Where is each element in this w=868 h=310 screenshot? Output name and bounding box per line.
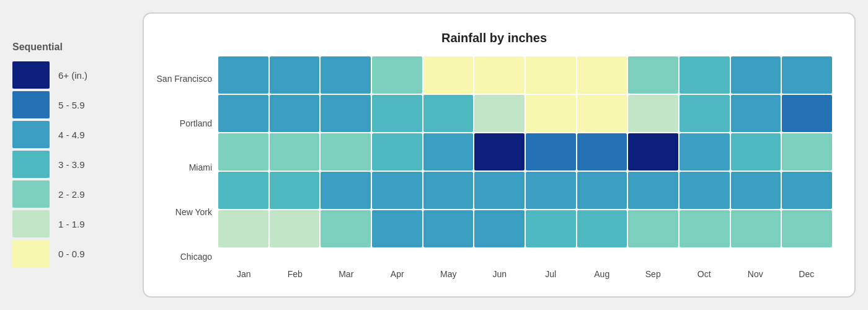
main-container: Sequential 6+ (in.) 5 - 5.9 4 - 4.9 3 - …: [12, 9, 856, 301]
heatmap-cell: [270, 56, 320, 94]
heatmap-cell: [474, 56, 525, 94]
heatmap-cell: [423, 210, 474, 247]
heatmap-cell: [372, 172, 422, 209]
x-axis-label: Dec: [781, 269, 833, 279]
heatmap-cell: [423, 172, 474, 209]
heatmap-cell: [680, 56, 730, 94]
heatmap-cell: [577, 95, 627, 132]
x-axis-label: Jul: [525, 269, 577, 279]
heatmap-cell: [680, 172, 730, 209]
heatmap-cell: [218, 56, 268, 94]
legend: Sequential 6+ (in.) 5 - 5.9 4 - 4.9 3 - …: [12, 42, 130, 268]
legend-label: 5 - 5.9: [58, 100, 85, 110]
heatmap-cell: [423, 56, 474, 94]
x-axis-label: May: [423, 269, 474, 279]
chart-title: Rainfall by inches: [156, 31, 832, 45]
heatmap-cell: [526, 210, 576, 247]
legend-label: 2 - 2.9: [58, 189, 85, 200]
legend-title: Sequential: [12, 42, 63, 53]
heatmap-area: JanFebMarAprMayJunJulAugSepOctNovDec: [218, 56, 832, 279]
heatmap-cell: [372, 56, 422, 94]
legend-item: 6+ (in.): [12, 60, 87, 90]
legend-item: 4 - 4.9: [12, 120, 87, 149]
legend-items: 6+ (in.) 5 - 5.9 4 - 4.9 3 - 3.9 2 - 2.9…: [12, 60, 87, 268]
y-axis-label: Miami: [189, 149, 212, 186]
heatmap-cell: [372, 95, 422, 132]
heatmap-cell: [270, 172, 320, 209]
heatmap-cell: [321, 172, 371, 209]
heatmap-cell: [731, 56, 781, 94]
heatmap-cell: [628, 172, 678, 209]
heatmap-cell: [423, 133, 474, 170]
heatmap-cell: [321, 133, 371, 170]
x-axis-label: Mar: [321, 269, 372, 279]
heatmap-cell: [731, 133, 781, 170]
heatmap-cell: [474, 172, 525, 209]
heatmap-cell: [474, 95, 525, 132]
heatmap-cell: [680, 210, 730, 247]
heatmap-cell: [577, 210, 627, 247]
legend-label: 0 - 0.9: [58, 249, 85, 259]
legend-item: 3 - 3.9: [12, 149, 87, 179]
heatmap-cell: [680, 133, 730, 170]
legend-swatch: [12, 210, 50, 237]
legend-item: 5 - 5.9: [12, 90, 87, 120]
heatmap-cell: [218, 210, 268, 247]
legend-swatch: [12, 240, 50, 267]
heatmap-cell: [577, 133, 627, 170]
legend-label: 3 - 3.9: [58, 159, 85, 170]
heatmap-cell: [782, 172, 832, 209]
heatmap-cell: [423, 95, 474, 132]
heatmap-cell: [731, 172, 781, 209]
chart-body: San FranciscoPortlandMiamiNew YorkChicag…: [156, 56, 832, 279]
legend-swatch: [12, 91, 50, 118]
legend-swatch: [12, 121, 50, 148]
heatmap-cell: [782, 210, 832, 247]
x-axis-label: Oct: [679, 269, 730, 279]
heatmap-cell: [321, 210, 371, 247]
heatmap-grid: [218, 56, 832, 264]
heatmap-cell: [474, 133, 525, 170]
heatmap-cell: [731, 95, 781, 132]
heatmap-cell: [628, 133, 678, 170]
heatmap-cell: [270, 95, 320, 132]
heatmap-cell: [526, 95, 576, 132]
y-axis: San FranciscoPortlandMiamiNew YorkChicag…: [156, 56, 218, 279]
y-axis-label: Portland: [180, 105, 212, 142]
heatmap-cell: [218, 133, 268, 170]
legend-label: 4 - 4.9: [58, 130, 85, 140]
legend-swatch: [12, 61, 50, 89]
legend-swatch: [12, 151, 50, 178]
heatmap-cell: [321, 56, 371, 94]
heatmap-cell: [782, 95, 832, 132]
heatmap-cell: [372, 133, 422, 170]
legend-swatch: [12, 180, 50, 208]
heatmap-cell: [628, 56, 678, 94]
x-axis-label: Apr: [372, 269, 423, 279]
legend-item: 2 - 2.9: [12, 179, 87, 209]
y-axis-label: Chicago: [180, 238, 212, 275]
heatmap-cell: [474, 210, 525, 247]
heatmap-cell: [628, 210, 678, 247]
heatmap-cell: [321, 95, 371, 132]
chart-card: Rainfall by inches San FranciscoPortland…: [143, 12, 856, 298]
heatmap-cell: [577, 172, 627, 209]
heatmap-cell: [218, 172, 268, 209]
heatmap-cell: [577, 56, 627, 94]
heatmap-cell: [372, 210, 422, 247]
heatmap-cell: [526, 172, 576, 209]
x-axis-label: Sep: [627, 269, 679, 279]
x-axis-label: Aug: [577, 269, 628, 279]
y-axis-label: San Francisco: [157, 60, 212, 97]
heatmap-cell: [270, 133, 320, 170]
heatmap-cell: [270, 210, 320, 247]
x-axis: JanFebMarAprMayJunJulAugSepOctNovDec: [218, 269, 832, 279]
x-axis-label: Jun: [474, 269, 526, 279]
x-axis-label: Jan: [218, 269, 270, 279]
heatmap-cell: [731, 210, 781, 247]
legend-item: 0 - 0.9: [12, 239, 87, 268]
legend-label: 6+ (in.): [58, 70, 87, 81]
heatmap-cell: [782, 133, 832, 170]
legend-item: 1 - 1.9: [12, 209, 87, 239]
heatmap-cell: [218, 95, 268, 132]
